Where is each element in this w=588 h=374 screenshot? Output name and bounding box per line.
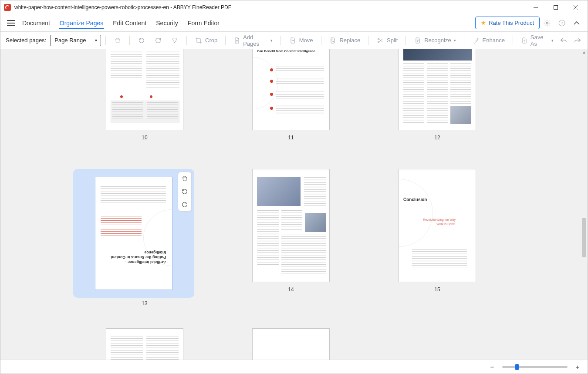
chevron-down-icon: ▾ — [454, 38, 456, 43]
enhance-icon — [472, 37, 480, 44]
page-number-label: 11 — [288, 135, 294, 141]
hamburger-icon — [7, 20, 15, 26]
titlebar: white-paper-how-content-intelligence-pow… — [0, 0, 588, 14]
page-thumbnail-13-selected[interactable]: Artificial Intelligence – Putting the Sm… — [106, 169, 183, 307]
save-as-icon — [521, 37, 528, 44]
main-menu-button[interactable] — [4, 16, 18, 30]
save-as-button[interactable]: Save As ▾ — [517, 32, 557, 49]
trash-icon — [114, 37, 122, 44]
collapse-ribbon-button[interactable] — [569, 16, 584, 30]
auto-rotate-button[interactable] — [167, 35, 182, 46]
tab-document[interactable]: Document — [21, 17, 51, 29]
page-thumbnail-17[interactable] — [252, 328, 330, 360]
close-icon — [574, 5, 578, 10]
page-range-value: Page Range — [54, 37, 86, 44]
vertical-scrollbar[interactable]: ▲ — [581, 49, 587, 360]
move-icon — [289, 37, 297, 44]
add-page-icon — [233, 37, 240, 44]
page-thumbnail-11[interactable]: Can Benefit from Content Intelligence 11 — [252, 49, 330, 141]
recognize-button[interactable]: Recognize ▾ — [410, 35, 459, 46]
replace-button[interactable]: Replace — [325, 35, 364, 46]
tab-form-editor[interactable]: Form Editor — [187, 17, 220, 29]
minimize-icon — [534, 5, 538, 10]
page-number-label: 15 — [434, 286, 440, 293]
split-icon — [376, 37, 384, 44]
trash-icon — [181, 175, 188, 182]
page-number-label: 14 — [288, 286, 294, 293]
redo-icon — [573, 37, 582, 44]
page-thumbnail-10[interactable]: 10 — [106, 49, 183, 141]
help-icon: ? — [558, 19, 566, 27]
thumbnail-scroll-area[interactable]: 10 Can Benefit from Content Intelligence — [0, 49, 588, 360]
selected-pages-label: Selected pages: — [6, 37, 46, 44]
settings-button[interactable] — [540, 16, 554, 30]
redo-button[interactable] — [573, 36, 582, 45]
rate-product-button[interactable]: ★ Rate This Product — [475, 17, 540, 29]
chevron-down-icon: ▾ — [95, 38, 97, 43]
help-button[interactable]: ? — [554, 16, 569, 30]
zoom-slider[interactable] — [502, 366, 568, 368]
undo-icon — [559, 37, 568, 44]
page-thumbnail-workspace: 10 Can Benefit from Content Intelligence — [0, 49, 588, 374]
chevron-up-icon — [574, 21, 580, 25]
tab-organize-pages[interactable]: Organize Pages — [59, 17, 104, 29]
organize-pages-toolbar: Selected pages: Page Range ▾ Crop Add Pa… — [0, 32, 588, 49]
replace-icon — [329, 37, 337, 44]
svg-point-7 — [546, 22, 548, 24]
zoom-slider-knob[interactable] — [515, 364, 519, 370]
tab-edit-content[interactable]: Edit Content — [112, 17, 147, 29]
rotate-ccw-icon — [181, 188, 188, 195]
rotate-ccw-button[interactable] — [134, 35, 149, 46]
page-thumbnail-16[interactable] — [106, 328, 183, 360]
maximize-button[interactable] — [546, 0, 566, 14]
page-number-label: 10 — [142, 135, 147, 141]
selected-page-actions — [178, 172, 192, 212]
svg-text:?: ? — [561, 21, 563, 25]
rotate-cw-icon — [154, 37, 162, 44]
add-pages-button[interactable]: Add Pages ▾ — [230, 32, 276, 49]
enhance-button[interactable]: Enhance — [469, 35, 508, 46]
star-icon: ★ — [481, 20, 486, 26]
crop-button[interactable]: Crop — [191, 35, 221, 46]
close-button[interactable] — [566, 0, 586, 14]
recognize-icon — [414, 37, 422, 44]
rate-product-label: Rate This Product — [489, 20, 534, 26]
scrollbar-thumb[interactable] — [582, 218, 586, 257]
split-button[interactable]: Split — [373, 35, 401, 46]
delete-page-button[interactable] — [110, 35, 125, 46]
scroll-up-button[interactable]: ▲ — [581, 49, 587, 55]
page-number-label: 12 — [434, 135, 440, 141]
page-thumbnail-15[interactable]: Conclusion Revolutionizing the Way Work … — [399, 169, 476, 307]
window-title: white-paper-how-content-intelligence-pow… — [14, 4, 231, 10]
rotate-ccw-selected-button[interactable] — [181, 188, 189, 195]
rotate-cw-icon — [181, 201, 188, 208]
undo-button[interactable] — [559, 36, 568, 45]
app-icon — [4, 4, 11, 11]
zoom-in-button[interactable]: + — [574, 363, 581, 371]
auto-rotate-icon — [171, 37, 179, 44]
page-thumbnail-12[interactable]: 12 — [399, 49, 476, 141]
maximize-icon — [554, 5, 558, 10]
gear-icon — [543, 19, 551, 27]
page-range-dropdown[interactable]: Page Range ▾ — [51, 35, 101, 46]
menubar: Document Organize Pages Edit Content Sec… — [0, 14, 588, 32]
minimize-button[interactable] — [526, 0, 546, 14]
rotate-cw-button[interactable] — [151, 35, 166, 46]
zoom-bar: − + — [0, 360, 588, 374]
chevron-down-icon: ▾ — [270, 38, 273, 43]
tab-security[interactable]: Security — [155, 17, 179, 29]
chevron-down-icon: ▾ — [551, 38, 554, 43]
page-number-label: 13 — [142, 300, 147, 307]
zoom-out-button[interactable]: − — [488, 363, 496, 371]
crop-icon — [195, 37, 203, 44]
app-window: white-paper-how-content-intelligence-pow… — [0, 0, 588, 374]
rotate-cw-selected-button[interactable] — [181, 201, 189, 209]
move-button[interactable]: Move — [285, 35, 317, 46]
svg-rect-1 — [554, 6, 558, 10]
page-thumbnail-14[interactable]: 14 — [252, 169, 330, 307]
rotate-ccw-icon — [138, 37, 145, 44]
delete-selected-button[interactable] — [181, 175, 189, 182]
